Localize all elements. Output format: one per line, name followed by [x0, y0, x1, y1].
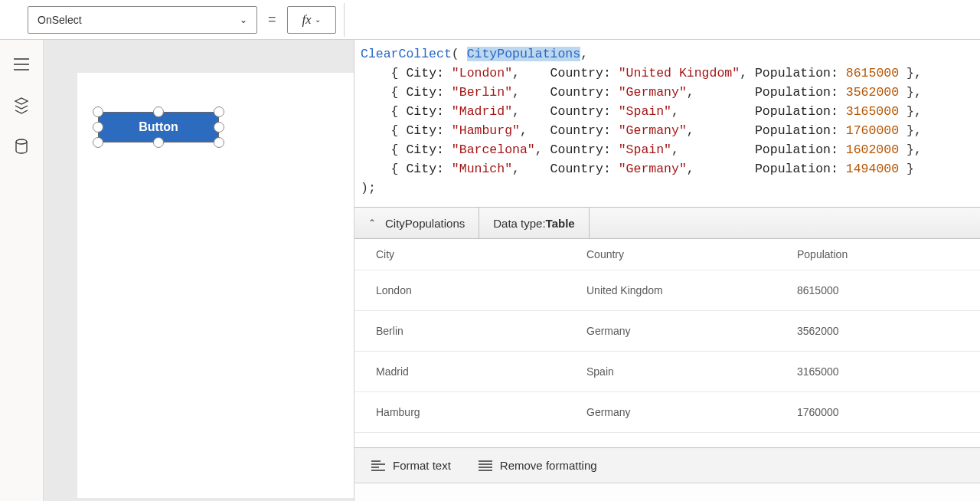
column-header[interactable]: Country [565, 239, 776, 270]
button-control-label: Button [139, 120, 178, 134]
resize-handle[interactable] [214, 106, 224, 117]
table-cell: 3562000 [776, 311, 980, 352]
tree-view-icon[interactable] [12, 97, 31, 115]
resize-handle[interactable] [93, 106, 103, 117]
table-row[interactable]: LondonUnited Kingdom8615000 [354, 270, 980, 311]
formula-editor[interactable]: ClearCollect( CityPopulations, { City: "… [354, 40, 980, 207]
column-header[interactable]: Population [776, 239, 980, 270]
column-header[interactable]: City [354, 239, 565, 270]
table-cell: Barcelona [354, 433, 565, 448]
table-row[interactable]: BerlinGermany3562000 [354, 311, 980, 352]
table-cell: Germany [565, 311, 776, 352]
table-cell: 3165000 [776, 352, 980, 392]
table-row[interactable]: MadridSpain3165000 [354, 352, 980, 392]
table-cell: Madrid [354, 352, 565, 392]
remove-formatting-icon [479, 460, 492, 471]
table-cell: 1760000 [776, 392, 980, 433]
button-control-selection[interactable]: Button [98, 112, 219, 142]
formula-panel: ClearCollect( CityPopulations, { City: "… [354, 40, 980, 501]
datatype-value: Table [546, 217, 575, 230]
chevron-down-icon: ⌄ [240, 15, 247, 25]
bottom-strip [354, 483, 980, 501]
result-header: ⌃ CityPopulations Data type: Table [354, 207, 980, 239]
chevron-down-icon: ⌄ [315, 15, 321, 24]
resize-handle[interactable] [93, 137, 103, 148]
formula-bar-preview[interactable] [344, 3, 974, 37]
datatype-label: Data type: [493, 217, 545, 230]
resize-handle[interactable] [93, 122, 103, 133]
table-row[interactable]: BarcelonaSpain1602000 [354, 433, 980, 448]
table-cell: 1602000 [776, 433, 980, 448]
table-cell: 8615000 [776, 270, 980, 311]
format-text-label: Format text [393, 459, 451, 472]
main-area: Button ClearCollect( CityPopulations, { … [0, 40, 980, 501]
table-cell: Spain [565, 352, 776, 392]
equals-sign: = [265, 11, 279, 28]
resize-handle[interactable] [214, 122, 224, 133]
resize-handle[interactable] [153, 106, 164, 117]
table-row[interactable]: HamburgGermany1760000 [354, 392, 980, 433]
property-dropdown[interactable]: OnSelect ⌄ [28, 6, 257, 34]
formula-footer: Format text Remove formatting [354, 447, 980, 483]
hamburger-icon[interactable] [12, 55, 31, 74]
table-cell: United Kingdom [565, 270, 776, 311]
format-text-icon [371, 460, 385, 471]
formula-toolbar: OnSelect ⌄ = fx ⌄ [0, 0, 980, 40]
resize-handle[interactable] [153, 137, 164, 148]
remove-formatting-button[interactable]: Remove formatting [479, 459, 597, 472]
table-cell: London [354, 270, 565, 311]
fx-label: fx [302, 12, 311, 28]
property-dropdown-label: OnSelect [38, 14, 82, 26]
table-cell: Berlin [354, 311, 565, 352]
result-table-container[interactable]: City Country Population LondonUnited Kin… [354, 239, 980, 447]
remove-formatting-label: Remove formatting [500, 459, 597, 472]
canvas-area[interactable]: Button [44, 40, 354, 501]
resize-handle[interactable] [214, 137, 224, 148]
table-cell: Germany [565, 392, 776, 433]
fx-button[interactable]: fx ⌄ [287, 6, 336, 34]
result-type-cell: Data type: Table [479, 208, 589, 238]
table-cell: Hamburg [354, 392, 565, 433]
svg-point-0 [16, 139, 27, 144]
table-header-row: City Country Population [354, 239, 980, 270]
result-name-cell[interactable]: ⌃ CityPopulations [354, 208, 479, 238]
left-rail [0, 40, 44, 501]
result-name: CityPopulations [385, 217, 465, 230]
table-cell: Spain [565, 433, 776, 448]
format-text-button[interactable]: Format text [371, 459, 451, 472]
result-table: City Country Population LondonUnited Kin… [354, 239, 980, 447]
canvas-page[interactable]: Button [77, 73, 354, 498]
chevron-up-icon: ⌃ [368, 218, 376, 228]
data-icon[interactable] [12, 138, 31, 156]
